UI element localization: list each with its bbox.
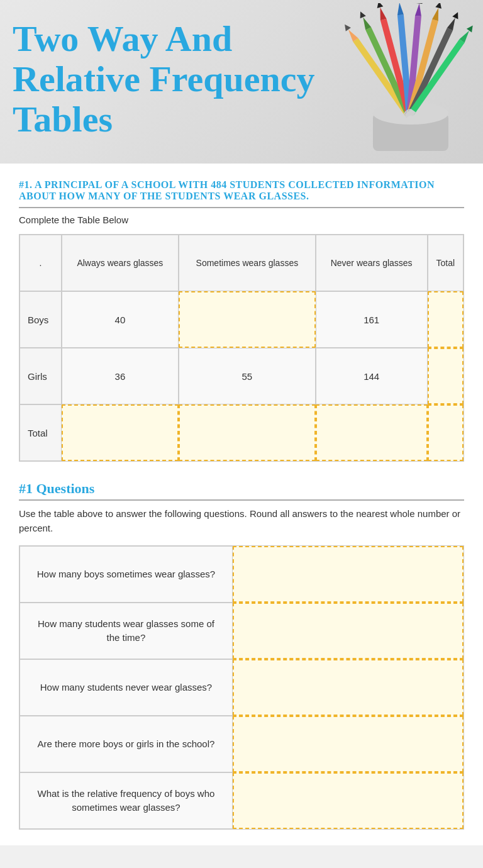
header-section: Two Way and Relative Frequency Tables bbox=[0, 0, 483, 164]
pencil-image bbox=[338, 3, 483, 160]
table-header-never: Never wears glasses bbox=[316, 235, 428, 291]
table-row-total: Total bbox=[19, 404, 464, 461]
svg-marker-26 bbox=[435, 3, 443, 9]
boys-sometimes-input[interactable] bbox=[179, 291, 315, 348]
question-2-text: How many students wear glasses some of t… bbox=[19, 603, 233, 659]
qa-row-4: Are there more boys or girls in the scho… bbox=[19, 716, 464, 772]
main-content: #1. A principal of a school with 484 stu… bbox=[0, 164, 483, 845]
total-sometimes-input[interactable] bbox=[179, 404, 315, 461]
answer-3-input[interactable] bbox=[233, 659, 464, 716]
question-3-text: How many students never wear glasses? bbox=[19, 659, 233, 716]
question-5-text: What is the relative frequency of boys w… bbox=[19, 772, 233, 829]
total-label: Total bbox=[19, 404, 62, 461]
svg-marker-6 bbox=[342, 23, 351, 31]
qa-row-5: What is the relative frequency of boys w… bbox=[19, 772, 464, 829]
frequency-table: . Always wears glasses Sometimes wears g… bbox=[19, 234, 464, 462]
answer-5-input[interactable] bbox=[233, 772, 464, 829]
answer-1-input[interactable] bbox=[233, 546, 464, 603]
total-grand-input[interactable] bbox=[428, 404, 464, 461]
qa-table: How many boys sometimes wear glasses? Ho… bbox=[19, 545, 464, 830]
boys-never-value: 161 bbox=[316, 291, 428, 348]
table-row-girls: Girls 36 55 144 bbox=[19, 348, 464, 404]
qa-row-3: How many students never wear glasses? bbox=[19, 659, 464, 716]
svg-marker-8 bbox=[360, 16, 372, 30]
answer-4-input[interactable] bbox=[233, 716, 464, 772]
girls-sometimes-value: 55 bbox=[179, 348, 315, 404]
table-header-always: Always wears glasses bbox=[62, 235, 179, 291]
boys-label: Boys bbox=[19, 291, 62, 348]
svg-marker-10 bbox=[357, 10, 365, 18]
divider-1 bbox=[19, 207, 464, 208]
girls-label: Girls bbox=[19, 348, 62, 404]
question-1-text: How many boys sometimes wear glasses? bbox=[19, 546, 233, 603]
girls-always-value: 36 bbox=[62, 348, 179, 404]
questions-description: Use the table above to answer the follow… bbox=[19, 507, 464, 535]
table-row-boys: Boys 40 161 bbox=[19, 291, 464, 348]
qa-row-1: How many boys sometimes wear glasses? bbox=[19, 546, 464, 603]
table-header-total: Total bbox=[428, 235, 464, 291]
answer-2-input[interactable] bbox=[233, 603, 464, 659]
questions-section: #1 Questions Use the table above to answ… bbox=[19, 481, 464, 830]
total-always-input[interactable] bbox=[62, 404, 179, 461]
boys-always-value: 40 bbox=[62, 291, 179, 348]
svg-marker-34 bbox=[467, 24, 475, 33]
complete-label: Complete the Table Below bbox=[19, 214, 464, 225]
page-title: Two Way and Relative Frequency Tables bbox=[13, 19, 377, 139]
question-4-text: Are there more boys or girls in the scho… bbox=[19, 716, 233, 772]
qa-row-2: How many students wear glasses some of t… bbox=[19, 603, 464, 659]
svg-marker-24 bbox=[432, 7, 441, 21]
svg-marker-16 bbox=[396, 3, 404, 15]
total-never-input[interactable] bbox=[316, 404, 428, 461]
svg-marker-22 bbox=[416, 3, 423, 4]
divider-2 bbox=[19, 499, 464, 501]
svg-marker-30 bbox=[452, 11, 460, 19]
table-header-dot: . bbox=[19, 235, 62, 291]
svg-marker-14 bbox=[375, 3, 383, 8]
problem-1-question: #1. A principal of a school with 484 stu… bbox=[19, 179, 464, 202]
questions-title: #1 Questions bbox=[19, 481, 464, 497]
girls-never-value: 144 bbox=[316, 348, 428, 404]
problem-1-section: #1. A principal of a school with 484 stu… bbox=[19, 179, 464, 462]
table-header-row: . Always wears glasses Sometimes wears g… bbox=[19, 235, 464, 291]
svg-marker-12 bbox=[377, 6, 387, 20]
boys-total-input[interactable] bbox=[428, 291, 464, 348]
svg-marker-20 bbox=[415, 3, 423, 16]
svg-marker-28 bbox=[447, 16, 458, 30]
girls-total-input[interactable] bbox=[428, 348, 464, 404]
table-header-sometimes: Sometimes wears glasses bbox=[179, 235, 315, 291]
